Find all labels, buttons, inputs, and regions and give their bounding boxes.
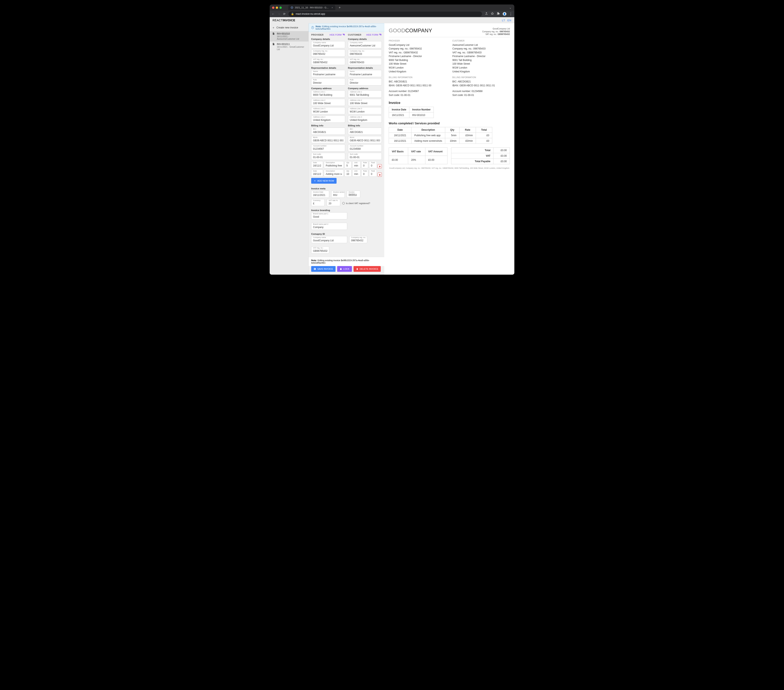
preview-works-title: Works completed / Services provided — [389, 122, 510, 125]
work-row: DateDescriptionQtyUnitRateTotal — [311, 169, 382, 177]
brand-light: REACT — [272, 19, 283, 22]
preview-services-table: DateDescriptionQtyRateTotal16/11/2021Pub… — [389, 127, 492, 144]
work-row: DateDescriptionQtyUnitRateTotal — [311, 161, 382, 168]
preview-company-meta: GoodCompany LtdCompany reg. no.: 0987654… — [482, 27, 510, 36]
back-button[interactable]: ← — [272, 12, 275, 16]
edit-note-banner: Note: Editing existing invoice $e9fb1019… — [309, 23, 384, 32]
preview-brand: GOODCOMPANY — [389, 27, 432, 34]
browser-menu-button[interactable]: ⋮ — [509, 12, 512, 16]
address-bar[interactable]: 🔒 react-invoice-nu.vercel.app — [288, 12, 482, 16]
save-invoice-button[interactable]: SAVE INVOICE — [311, 266, 336, 272]
hide-form-label: HIDE FORM — [366, 33, 378, 36]
brand-bold: INVOICE — [283, 19, 295, 22]
create-invoice-button[interactable]: Create new invoice — [270, 24, 308, 31]
reload-button[interactable]: ⟳ — [283, 12, 286, 16]
invoice-list-item[interactable]: INV-00101116/11/2021 - GreatCustomer Ltd — [270, 41, 308, 52]
delete-row-button[interactable] — [378, 172, 382, 177]
section-billing: Billing info — [348, 124, 382, 127]
section-address: Company address — [348, 87, 382, 90]
document-icon — [272, 32, 275, 35]
tab-title: 2021_11_16 - INV-001010 - G… — [295, 7, 329, 9]
chevron-down-icon[interactable]: ⌄ — [509, 6, 512, 9]
section-rep-details: Representative details — [311, 67, 345, 69]
star-icon[interactable] — [491, 12, 494, 16]
note-label: Note: — [316, 25, 321, 28]
customer-header: CUSTOMER — [348, 33, 362, 36]
lock-invoice-button[interactable]: LOCK — [337, 266, 352, 272]
url-text: react-invoice-nu.vercel.app — [296, 13, 325, 15]
close-window-button[interactable] — [272, 7, 274, 9]
footer-note: Note: Editing existing invoice $e9fb1019… — [309, 257, 384, 266]
lock-icon: 🔒 — [291, 13, 294, 15]
hide-customer-form-button[interactable]: HIDE FORM — [366, 33, 382, 36]
preview-billing-label: BILLING INFORMATION — [452, 76, 510, 79]
lang-en[interactable]: EN — [507, 19, 512, 22]
preview-customer-label: CUSTOMER — [452, 39, 510, 42]
section-company-details: Company details — [348, 38, 382, 40]
window-titlebar: 2021_11_16 - INV-001010 - G… × + ⌄ — [270, 5, 514, 11]
preview-billing-label: BILLING INFORMATION — [389, 76, 446, 79]
section-billing: Billing info — [311, 124, 345, 127]
delete-invoice-button[interactable]: DELETE INVOICE — [354, 266, 381, 272]
form-panel: Note: Editing existing invoice $e9fb1019… — [308, 23, 384, 274]
section-company-details: Company details — [311, 38, 345, 40]
info-icon — [311, 26, 314, 29]
section-meta: Invoice meta — [311, 187, 382, 190]
hide-form-label: HIDE FORM — [329, 33, 342, 36]
eye-off-icon — [379, 33, 382, 36]
lang-lt[interactable]: LT — [502, 19, 505, 22]
preview-provider-label: PROVIDER — [389, 39, 446, 42]
share-icon[interactable] — [485, 12, 488, 16]
preview-footer: GoodCompany Ltd, Company reg. no.: 09876… — [389, 167, 510, 169]
invoice-meta: 16/11/2021 - AwesomeCustomer Ltd — [277, 35, 306, 40]
invoice-list-item[interactable]: INV-00101016/11/2021 - AwesomeCustomer L… — [270, 31, 308, 41]
preview-invoice-title: Invoice — [389, 101, 510, 105]
provider-header: PROVIDER — [311, 33, 324, 36]
forward-button[interactable]: → — [277, 12, 280, 16]
vat-registered-label: Is client VAT registered? — [346, 202, 370, 204]
vat-registered-checkbox[interactable]: Is client VAT registered? — [342, 202, 370, 204]
eye-off-icon — [343, 33, 345, 36]
new-tab-button[interactable]: + — [339, 5, 341, 10]
lock-label: LOCK — [343, 268, 349, 270]
preview-vat-table: VAT BasisVAT rateVAT Amount £0.0020%£0.0… — [389, 148, 448, 164]
zoom-window-button[interactable] — [280, 7, 282, 9]
section-branding: Invoice branding — [311, 209, 382, 212]
note-text: Editing existing invoice $e9fb1019-287a-… — [316, 25, 377, 30]
minimize-window-button[interactable] — [276, 7, 278, 9]
language-switcher: LT EN — [501, 19, 512, 22]
save-label: SAVE INVOICE — [317, 268, 333, 270]
delete-label: DELETE INVOICE — [360, 268, 378, 270]
plus-icon — [272, 26, 275, 29]
section-address: Company address — [311, 87, 345, 90]
add-row-label: ADD NEW ROW — [317, 179, 334, 182]
document-icon — [272, 43, 275, 45]
app-brand: REACTINVOICE — [272, 19, 295, 22]
preview-totals-table: Total£0.00VAT£0.00Total Payable£0.00 — [451, 148, 510, 164]
close-tab-icon[interactable]: × — [332, 7, 333, 9]
preview-invoice-info-table: Invoice DateInvoice Number 16/11/2021INV… — [389, 107, 434, 118]
delete-row-button[interactable] — [378, 164, 382, 168]
hide-provider-form-button[interactable]: HIDE FORM — [329, 33, 345, 36]
invoice-meta: 16/11/2021 - GreatCustomer Ltd — [277, 46, 306, 51]
favicon-icon — [291, 7, 293, 9]
section-company-id: Comapny ID — [311, 233, 382, 235]
profile-avatar[interactable]: 👤 — [503, 12, 506, 16]
radio-icon — [342, 202, 345, 204]
create-invoice-label: Create new invoice — [277, 26, 298, 29]
sidebar: Create new invoice INV-00101016/11/2021 … — [270, 23, 308, 274]
invoice-preview: GOODCOMPANY GoodCompany LtdCompany reg. … — [384, 23, 514, 274]
add-new-row-button[interactable]: ADD NEW ROW — [311, 178, 336, 184]
extensions-icon[interactable] — [497, 12, 500, 16]
browser-tab[interactable]: 2021_11_16 - INV-001010 - G… × — [288, 5, 335, 10]
invoice-id: INV-001011 — [277, 43, 306, 46]
section-rep-details: Representative details — [348, 67, 382, 69]
browser-toolbar: ← → ⟳ 🔒 react-invoice-nu.vercel.app 👤 ⋮ — [270, 11, 514, 17]
invoice-id: INV-001010 — [277, 32, 306, 35]
